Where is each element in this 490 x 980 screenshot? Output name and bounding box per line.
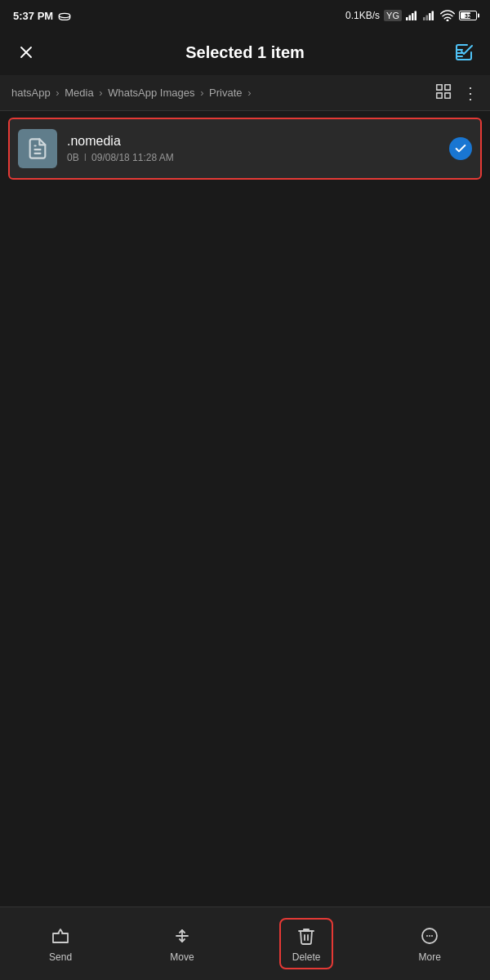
file-meta-separator: I bbox=[84, 152, 87, 163]
delete-icon bbox=[296, 924, 316, 947]
file-selected-check bbox=[449, 137, 472, 160]
breadcrumb-bar: hatsApp › Media › WhatsApp Images › Priv… bbox=[0, 75, 490, 111]
toolbar: Selected 1 item bbox=[0, 29, 490, 75]
svg-rect-3 bbox=[412, 13, 414, 20]
network-speed: 0.1KB/s bbox=[345, 10, 380, 21]
svg-rect-5 bbox=[423, 17, 425, 20]
toolbar-title: Selected 1 item bbox=[39, 43, 451, 62]
status-time: 5:37 PM bbox=[13, 10, 53, 22]
wifi-icon bbox=[440, 10, 455, 21]
file-list: .nomedia 0B I 09/08/18 11:28 AM bbox=[0, 111, 490, 186]
breadcrumb-part-2[interactable]: Media bbox=[65, 87, 93, 99]
nav-move-button[interactable]: Move bbox=[157, 918, 207, 969]
move-icon bbox=[172, 924, 192, 947]
breadcrumb-part-1[interactable]: hatsApp bbox=[11, 87, 51, 99]
more-icon bbox=[420, 924, 439, 947]
nav-send-label: Send bbox=[49, 951, 72, 963]
svg-rect-4 bbox=[415, 11, 417, 21]
file-name: .nomedia bbox=[67, 134, 439, 149]
nav-more-label: More bbox=[419, 951, 441, 963]
file-date: 09/08/18 11:28 AM bbox=[91, 152, 174, 163]
more-options-button[interactable]: ⋮ bbox=[462, 85, 479, 101]
svg-rect-7 bbox=[429, 13, 431, 20]
breadcrumb-actions: ⋮ bbox=[434, 82, 479, 104]
status-bar: 5:37 PM 0.1KB/s YG bbox=[0, 0, 490, 29]
nav-send-button[interactable]: Send bbox=[36, 918, 85, 969]
file-icon bbox=[26, 137, 49, 160]
nav-more-button[interactable]: More bbox=[406, 918, 454, 969]
status-time-area: 5:37 PM bbox=[13, 9, 71, 22]
file-info: .nomedia 0B I 09/08/18 11:28 AM bbox=[57, 134, 449, 163]
bottom-nav: Send Move Delete bbox=[0, 906, 490, 980]
status-right-area: 0.1KB/s YG 32 bbox=[345, 10, 477, 21]
file-size: 0B bbox=[67, 152, 79, 163]
nav-delete-button[interactable]: Delete bbox=[279, 918, 334, 969]
svg-rect-1 bbox=[406, 17, 408, 20]
carrier-label: YG bbox=[384, 10, 402, 21]
svg-point-24 bbox=[426, 935, 428, 937]
file-item-nomedia[interactable]: .nomedia 0B I 09/08/18 11:28 AM bbox=[8, 118, 482, 180]
select-all-button[interactable] bbox=[451, 39, 477, 65]
svg-rect-6 bbox=[426, 16, 429, 21]
file-meta: 0B I 09/08/18 11:28 AM bbox=[67, 152, 439, 163]
battery-icon: 32 bbox=[459, 11, 477, 20]
svg-point-0 bbox=[59, 13, 69, 17]
breadcrumb-path[interactable]: hatsApp › Media › WhatsApp Images › Priv… bbox=[11, 87, 434, 99]
checkmark-icon bbox=[454, 142, 467, 155]
signal-icon-2 bbox=[423, 11, 436, 20]
svg-point-26 bbox=[431, 935, 433, 937]
grid-view-button[interactable] bbox=[434, 82, 452, 104]
breadcrumb-part-3[interactable]: WhatsApp Images bbox=[108, 87, 194, 99]
svg-point-25 bbox=[429, 935, 430, 937]
close-button[interactable] bbox=[13, 39, 39, 65]
svg-point-9 bbox=[447, 20, 448, 21]
send-icon bbox=[51, 924, 70, 947]
nav-delete-label: Delete bbox=[292, 951, 321, 963]
nav-move-label: Move bbox=[170, 951, 194, 963]
signal-icon bbox=[406, 11, 419, 20]
svg-rect-2 bbox=[409, 16, 412, 21]
drive-icon bbox=[58, 9, 71, 22]
svg-rect-16 bbox=[445, 84, 450, 89]
svg-rect-17 bbox=[437, 92, 442, 97]
svg-rect-15 bbox=[437, 84, 442, 89]
svg-rect-18 bbox=[445, 92, 450, 97]
breadcrumb-part-4[interactable]: Private bbox=[209, 87, 242, 99]
svg-rect-8 bbox=[432, 11, 434, 21]
file-icon-wrap bbox=[18, 129, 57, 168]
